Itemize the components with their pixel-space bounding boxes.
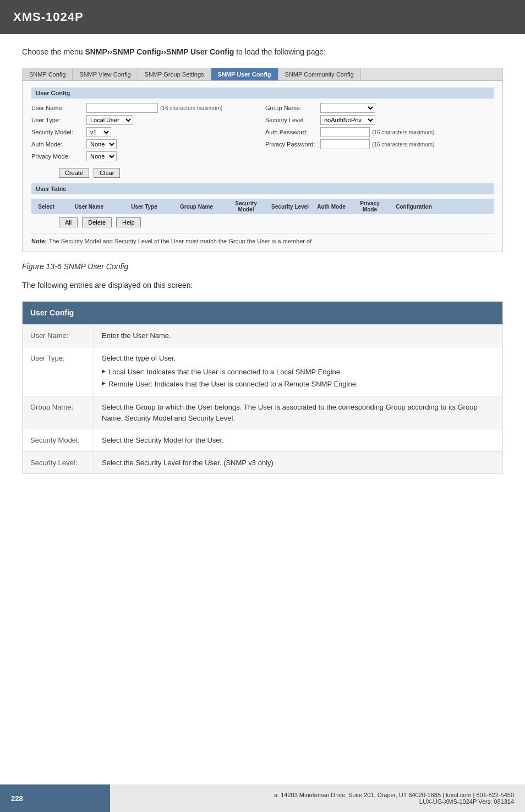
user-type-select[interactable]: Local User bbox=[86, 115, 133, 125]
privacy-password-input[interactable] bbox=[320, 139, 370, 149]
table-actions-row: All Delete Help bbox=[59, 217, 494, 227]
privacy-password-label: Privacy Password: bbox=[265, 141, 320, 148]
note-text: The Security Model and Security Level of… bbox=[49, 238, 314, 244]
group-name-row: Group Name: bbox=[265, 103, 494, 113]
note-label: Note: bbox=[31, 238, 47, 244]
privacy-mode-select[interactable]: None bbox=[86, 151, 117, 161]
user-table-header: User Table bbox=[31, 183, 494, 194]
user-name-input[interactable] bbox=[86, 103, 158, 113]
footer-address-text: a: 14203 Minuteman Drive, Suite 201, Dra… bbox=[274, 792, 514, 805]
user-type-label: User Type: bbox=[31, 117, 86, 123]
user-config-section-header: User Config bbox=[31, 88, 494, 99]
delete-button[interactable]: Delete bbox=[82, 217, 112, 227]
user-name-row: User Name: (16 characters maximum) bbox=[31, 103, 260, 113]
intro-paragraph: Choose the menu SNMP››SNMP Config››SNMP … bbox=[22, 46, 503, 58]
security-model-row: Security Model: v1 bbox=[31, 127, 260, 137]
tab-snmp-config[interactable]: SNMP Config bbox=[23, 68, 73, 80]
info-table: User Config User Name: Enter the User Na… bbox=[22, 301, 503, 474]
row-content-username: Enter the User Name. bbox=[94, 325, 503, 347]
col-header-groupname: Group Name bbox=[169, 204, 224, 210]
form-area: User Name: (16 characters maximum) User … bbox=[31, 103, 494, 164]
form-col-left: User Name: (16 characters maximum) User … bbox=[31, 103, 260, 164]
auth-mode-label: Auth Mode: bbox=[31, 141, 86, 148]
col-header-username: User Name bbox=[59, 204, 119, 210]
row-label-secmodel: Security Model: bbox=[23, 429, 94, 452]
footer-address-section: a: 14203 Minuteman Drive, Suite 201, Dra… bbox=[110, 784, 525, 812]
row-label-username: User Name: bbox=[23, 325, 94, 347]
security-model-label: Security Model: bbox=[31, 129, 86, 135]
clear-button[interactable]: Clear bbox=[94, 168, 120, 178]
row-content-usertype: Select the type of User. Local User: Ind… bbox=[94, 347, 503, 396]
row-content-groupname: Select the Group to which the User belon… bbox=[94, 396, 503, 429]
auth-password-hint: (16 characters maximum) bbox=[372, 129, 434, 135]
table-header-row: User Config bbox=[23, 302, 503, 325]
col-header-config: Configuration bbox=[389, 204, 439, 210]
group-name-label: Group Name: bbox=[265, 105, 320, 111]
user-name-hint: (16 characters maximum) bbox=[160, 105, 222, 111]
tab-snmp-user-config[interactable]: SNMP User Config bbox=[211, 68, 278, 80]
table-header-cell: User Config bbox=[23, 302, 503, 325]
col-header-privmode: PrivacyMode bbox=[351, 200, 389, 212]
row-content-secmodel: Select the Security Model for the User. bbox=[94, 429, 503, 452]
group-name-select[interactable] bbox=[320, 103, 375, 113]
auth-password-input[interactable] bbox=[320, 127, 370, 137]
footer: 228 a: 14203 Minuteman Drive, Suite 201,… bbox=[0, 784, 525, 812]
screenshot-inner: User Config User Name: (16 characters ma… bbox=[23, 81, 502, 252]
intro-menu-path: SNMP››SNMP Config››SNMP User Config bbox=[85, 47, 234, 56]
privacy-mode-label: Privacy Mode: bbox=[31, 153, 86, 160]
col-header-usertype: User Type bbox=[119, 204, 169, 210]
auth-mode-row: Auth Mode: None bbox=[31, 139, 260, 149]
user-name-label: User Name: bbox=[31, 105, 86, 111]
col-header-authmode: Auth Mode bbox=[312, 204, 351, 210]
col-header-seclevel: Security Level bbox=[268, 204, 312, 210]
tab-snmp-view-config[interactable]: SNMP View Config bbox=[73, 68, 138, 80]
user-type-row: User Type: Local User bbox=[31, 115, 260, 125]
usertype-bullet-list: Local User: Indicates that the User is c… bbox=[102, 363, 495, 389]
privacy-password-hint: (16 characters maximum) bbox=[372, 141, 434, 148]
all-button[interactable]: All bbox=[59, 217, 78, 227]
table-row: Security Level: Select the Security Leve… bbox=[23, 451, 503, 474]
row-content-seclevel: Select the Security Level for the User. … bbox=[94, 451, 503, 474]
table-row: Group Name: Select the Group to which th… bbox=[23, 396, 503, 429]
table-row: User Type: Select the type of User. Loca… bbox=[23, 347, 503, 396]
row-label-groupname: Group Name: bbox=[23, 396, 94, 429]
figure-caption: Figure 13-6 SNMP User Config bbox=[22, 262, 503, 271]
create-button[interactable]: Create bbox=[59, 168, 89, 178]
privacy-password-row: Privacy Password: (16 characters maximum… bbox=[265, 139, 494, 149]
table-row: User Name: Enter the User Name. bbox=[23, 325, 503, 347]
auth-mode-select[interactable]: None bbox=[86, 139, 117, 149]
header-bar: XMS-1024P bbox=[0, 0, 525, 34]
auth-password-row: Auth Password: (16 characters maximum) bbox=[265, 127, 494, 137]
security-level-select[interactable]: noAuthNoPriv bbox=[320, 115, 375, 125]
table-intro: The following entries are displayed on t… bbox=[22, 280, 503, 291]
row-label-usertype: User Type: bbox=[23, 347, 94, 396]
auth-password-label: Auth Password: bbox=[265, 129, 320, 135]
list-item: Local User: Indicates that the User is c… bbox=[102, 367, 495, 378]
tab-snmp-group-settings[interactable]: SNMP Group Settings bbox=[138, 68, 211, 80]
page-title: XMS-1024P bbox=[13, 10, 84, 24]
security-model-select[interactable]: v1 bbox=[86, 127, 111, 137]
screenshot-box: SNMP Config SNMP View Config SNMP Group … bbox=[22, 68, 503, 252]
intro-text-pre: Choose the menu bbox=[22, 47, 85, 56]
security-level-row: Security Level: noAuthNoPriv bbox=[265, 115, 494, 125]
form-buttons-row: Create Clear bbox=[59, 168, 494, 178]
table-column-headers: Select User Name User Type Group Name Se… bbox=[31, 199, 494, 214]
form-col-right: Group Name: Security Level: noAuthNoPriv bbox=[265, 103, 494, 164]
table-row: Security Model: Select the Security Mode… bbox=[23, 429, 503, 452]
tab-snmp-community-config[interactable]: SNMP Community Config bbox=[278, 68, 361, 80]
footer-page-number-section: 228 bbox=[0, 784, 110, 812]
tabs-row: SNMP Config SNMP View Config SNMP Group … bbox=[23, 68, 502, 81]
page-number: 228 bbox=[11, 794, 23, 803]
col-header-select: Select bbox=[31, 204, 59, 210]
main-content: Choose the menu SNMP››SNMP Config››SNMP … bbox=[0, 34, 525, 529]
privacy-mode-row: Privacy Mode: None bbox=[31, 151, 260, 161]
note-section: Note: The Security Model and Security Le… bbox=[31, 233, 494, 245]
user-table-section: User Table Select User Name User Type Gr… bbox=[31, 183, 494, 245]
intro-text-post: to load the following page: bbox=[234, 47, 326, 56]
list-item: Remote User: Indicates that the User is … bbox=[102, 379, 495, 390]
help-button[interactable]: Help bbox=[116, 217, 141, 227]
security-level-label: Security Level: bbox=[265, 117, 320, 123]
col-header-secmodel: SecurityModel bbox=[224, 200, 268, 212]
row-label-seclevel: Security Level: bbox=[23, 451, 94, 474]
